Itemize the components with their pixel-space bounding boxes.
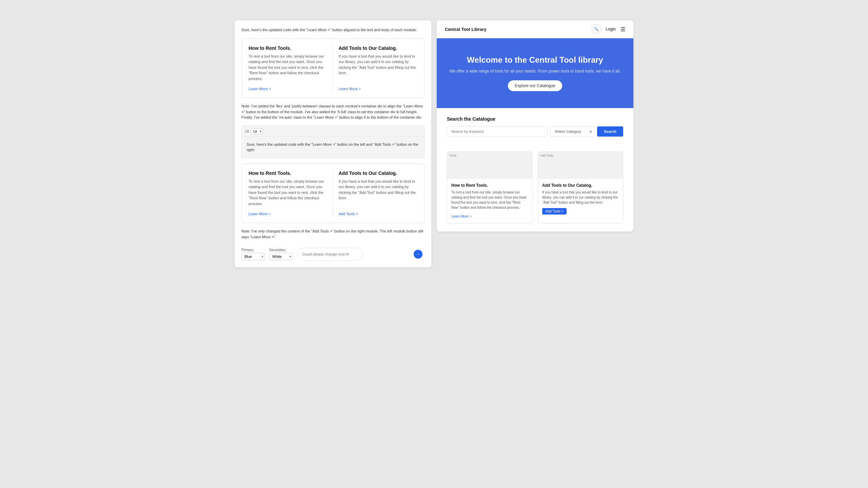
chat-message-1: Sure, here's the updated code with the "… xyxy=(241,27,425,33)
primary-color-dropdown[interactable]: Blue Red Green xyxy=(241,253,265,260)
module-divider xyxy=(333,45,333,91)
bottom-bar: Primary: Blue Red Green Secondary: White… xyxy=(241,245,425,261)
primary-select-wrapper[interactable]: Blue Red Green xyxy=(241,253,265,260)
module-divider-2 xyxy=(333,170,333,216)
module-rent-title-v2: How to Rent Tools. xyxy=(249,170,328,176)
note-1: Note: I've added the 'flex' and 'justify… xyxy=(241,103,425,120)
send-icon: → xyxy=(416,252,420,257)
module-add-desc-v2: If you have a tool that you would like t… xyxy=(339,179,418,207)
chat-input[interactable] xyxy=(297,248,363,261)
nav-search-button[interactable]: 🔍 xyxy=(592,24,601,34)
card-body-1: How to Rent Tools. To rent a tool from o… xyxy=(447,179,532,223)
code-block: Sure, here's the updated code with the "… xyxy=(241,137,425,158)
module-add-title: Add Tools to Our Catalog. xyxy=(339,45,418,51)
hero-title: Welcome to the Central Tool library xyxy=(447,55,623,65)
card-title-2: Add Tools to Our Catalog. xyxy=(542,183,619,188)
module-card-add-v2: Add Tools to Our Catalog. If you have a … xyxy=(339,170,418,216)
card-image-alt-1: Tools xyxy=(449,154,456,157)
card-image-alt-2: Add Tools xyxy=(540,154,553,157)
tool-card-2: Add Tools Add Tools to Our Catalog. If y… xyxy=(538,151,623,223)
card-title-1: How to Rent Tools. xyxy=(451,183,528,188)
tool-card-1: Tools How to Rent Tools. To rent a tool … xyxy=(447,151,532,223)
module-add-desc: If you have a tool that you would like t… xyxy=(339,54,418,82)
primary-color-selector: Primary: Blue Red Green xyxy=(241,248,265,260)
site-hero: Welcome to the Central Tool library We o… xyxy=(437,38,633,108)
note-2: Note: I've only changed the content of t… xyxy=(241,228,425,240)
learn-more-link-2[interactable]: Learn More > xyxy=(339,87,418,91)
code-toolbar: UI UI xyxy=(241,126,425,137)
add-tools-link-v2[interactable]: Add Tools > xyxy=(339,212,418,216)
menu-icon: ☰ xyxy=(620,26,625,32)
secondary-color-selector: Secondary: White Black Gray xyxy=(269,248,293,260)
module-preview-1: How to Rent Tools. To rent a tool from o… xyxy=(241,38,425,98)
module-card-rent: How to Rent Tools. To rent a tool from o… xyxy=(249,45,328,91)
nav-login-button[interactable]: Login xyxy=(606,27,616,32)
module-add-title-v2: Add Tools to Our Catalog. xyxy=(339,170,418,176)
learn-more-link-1[interactable]: Learn More > xyxy=(249,87,328,91)
card-body-2: Add Tools to Our Catalog. If you have a … xyxy=(538,179,623,219)
nav-menu-button[interactable]: ☰ xyxy=(620,26,625,33)
site-nav-actions: 🔍 Login ☰ xyxy=(592,24,625,34)
search-title: Search the Catalogue xyxy=(447,116,623,122)
module-rent-title: How to Rent Tools. xyxy=(249,45,328,51)
module-rent-desc: To rent a tool from our site, simply bro… xyxy=(249,54,328,82)
send-button[interactable]: → xyxy=(414,250,422,259)
learn-more-link-v2[interactable]: Learn More > xyxy=(249,212,328,216)
card-desc-1: To rent a tool from our site, simply bro… xyxy=(451,190,528,210)
toolbar-dropdown[interactable]: UI xyxy=(251,128,263,135)
right-site-panel: Central Tool Library 🔍 Login ☰ Welcome t… xyxy=(437,20,633,231)
search-button[interactable]: Search xyxy=(597,126,623,137)
toolbar-label: UI xyxy=(245,129,249,133)
card-link-2[interactable]: Add Tools × xyxy=(542,208,567,215)
left-chat-panel: Sure, here's the updated code with the "… xyxy=(235,20,431,267)
secondary-label: Secondary: xyxy=(269,248,293,252)
explore-catalogue-button[interactable]: Explore our Catalogue xyxy=(508,80,562,91)
site-navbar: Central Tool Library 🔍 Login ☰ xyxy=(437,20,633,38)
module-preview-2: How to Rent Tools. To rent a tool from o… xyxy=(241,163,425,223)
category-select-wrapper[interactable]: Select Category xyxy=(550,126,594,137)
card-image-1: Tools xyxy=(447,152,532,179)
search-bar: Select Category Search xyxy=(447,126,623,137)
search-section: Search the Catalogue Select Category Sea… xyxy=(437,108,633,151)
cards-grid: Tools How to Rent Tools. To rent a tool … xyxy=(437,151,633,231)
module-card-rent-v2: How to Rent Tools. To rent a tool from o… xyxy=(249,170,328,216)
module-card-add: Add Tools to Our Catalog. If you have a … xyxy=(339,45,418,91)
toolbar-select-wrapper[interactable]: UI xyxy=(251,128,263,135)
secondary-color-dropdown[interactable]: White Black Gray xyxy=(269,253,293,260)
search-icon: 🔍 xyxy=(594,27,599,32)
secondary-select-wrapper[interactable]: White Black Gray xyxy=(269,253,293,260)
primary-label: Primary: xyxy=(241,248,265,252)
code-message: Sure, here's the updated code with the "… xyxy=(246,142,419,153)
card-desc-2: If you have a tool that you would like t… xyxy=(542,190,619,205)
card-link-1[interactable]: Learn More > xyxy=(451,215,472,218)
module-rent-desc-v2: To rent a tool from our site, simply bro… xyxy=(249,179,328,207)
site-logo: Central Tool Library xyxy=(445,27,487,32)
hero-subtitle: We offer a wide range of tools for all y… xyxy=(447,69,623,74)
chat-input-wrapper: → xyxy=(297,248,425,261)
card-image-2: Add Tools xyxy=(538,152,623,179)
category-select[interactable]: Select Category xyxy=(550,126,594,137)
keyword-search-input[interactable] xyxy=(447,126,548,137)
